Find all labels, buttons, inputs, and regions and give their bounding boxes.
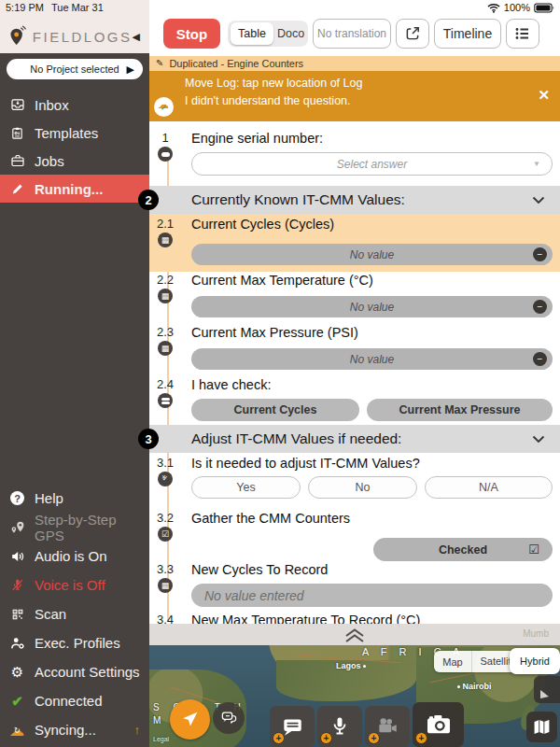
map-panel[interactable]: A F R I C A Lagos Nairobi S O U T H M I … — [149, 645, 560, 747]
question-number: 2.2 — [149, 273, 181, 287]
record-audio-button[interactable]: + — [317, 706, 362, 747]
edit-pencil-icon: ✎ — [156, 59, 163, 68]
option-current-max-pressure[interactable]: Current Max Pressure — [367, 399, 553, 421]
question-number: 1 — [149, 131, 181, 145]
question-label: Current Max Temperature (°C) — [191, 273, 373, 288]
sidebar-nav: Inbox Templates Jobs Running... — [0, 91, 149, 203]
sidebar-item-label: Inbox — [35, 97, 69, 113]
add-note-button[interactable]: + — [270, 706, 315, 747]
app-screen: 100% Stop Table Doco No translation Time… — [0, 0, 560, 747]
section-number-badge: 2 — [138, 190, 159, 210]
max-pressure-value[interactable]: No value − — [191, 348, 553, 370]
chat-query-button[interactable] — [213, 702, 245, 734]
section-header-3[interactable]: 3 Adjust IT-CMM Values if needed: — [149, 425, 560, 453]
gear-icon: ⚙ — [9, 664, 25, 680]
map-type-map[interactable]: Map — [434, 656, 471, 668]
map-label-partial: Mumb — [523, 628, 549, 639]
sidebar-item-exec-profiles[interactable]: Exec. Profiles — [0, 628, 149, 657]
timeline-button[interactable]: Timeline — [434, 19, 501, 49]
clear-value-icon[interactable]: − — [533, 247, 547, 261]
clear-value-icon[interactable]: − — [533, 352, 547, 366]
user-gear-icon — [9, 635, 25, 651]
chevron-down-icon[interactable] — [532, 435, 545, 444]
share-button[interactable] — [396, 19, 429, 49]
map-type-control: Map Satellite Hybrid — [434, 651, 557, 672]
option-no[interactable]: No — [308, 476, 417, 499]
templates-icon — [9, 125, 25, 141]
project-selector-label: No Project selected — [30, 63, 119, 75]
sidebar-item-account-settings[interactable]: ⚙ Account Settings — [0, 657, 149, 686]
calculator-icon: ▦ — [158, 233, 173, 247]
add-icon: + — [320, 732, 332, 744]
add-icon: + — [368, 732, 380, 744]
checked-box-icon: ☑ — [528, 543, 539, 557]
app-name: FIELDLOGS — [33, 29, 133, 45]
sidebar-item-help[interactable]: ? Help — [0, 484, 149, 513]
sidebar-item-label: Voice is Off — [35, 577, 105, 593]
microphone-icon — [329, 715, 351, 738]
question-number: 2.4 — [149, 377, 181, 391]
take-photo-button[interactable]: + — [413, 702, 464, 747]
wifi-icon — [487, 3, 500, 13]
segment-doco[interactable]: Doco — [273, 27, 308, 40]
sidebar-item-inbox[interactable]: Inbox — [0, 91, 149, 119]
gather-counters-checkbox[interactable]: Checked ☑ — [373, 538, 553, 561]
my-location-button[interactable] — [170, 699, 210, 740]
list-view-button[interactable] — [506, 19, 539, 49]
battery-icon — [534, 3, 555, 13]
folded-map-icon — [533, 718, 551, 736]
sidebar-item-running[interactable]: Running... — [0, 175, 149, 203]
translation-button[interactable]: No translation — [313, 19, 391, 49]
notification-banner: Move Log: tap new location of Log I didn… — [149, 71, 560, 121]
navigation-arrow-icon — [180, 710, 200, 729]
sidebar-item-jobs[interactable]: Jobs — [0, 147, 149, 175]
serial-number-select[interactable]: Select answer ▼ — [191, 152, 553, 176]
sidebar-item-connected[interactable]: ✔ Connected — [0, 686, 149, 715]
record-video-button-disabled[interactable]: + — [365, 706, 410, 747]
map-overlay-button[interactable] — [534, 676, 560, 703]
clear-value-icon[interactable]: − — [533, 300, 547, 314]
map-expand-handle[interactable]: Mumb — [149, 624, 560, 645]
checkbox-type-icon: ☑ — [158, 527, 173, 542]
value-text: No value — [350, 301, 394, 314]
stop-button[interactable]: Stop — [163, 19, 220, 49]
question-number: 3.2 — [149, 511, 181, 525]
clock: 5:19 PM — [6, 2, 44, 13]
question-label: I have check: — [191, 377, 271, 392]
chevron-down-icon[interactable] — [532, 196, 545, 204]
gps-pins-icon — [9, 519, 25, 535]
option-current-cycles[interactable]: Current Cycles — [191, 399, 359, 421]
current-cycles-value[interactable]: No value − — [191, 244, 553, 265]
segment-table[interactable]: Table — [231, 22, 273, 45]
list-icon — [514, 26, 531, 41]
new-cycles-input[interactable]: No value entered — [191, 584, 553, 607]
sidebar-item-label: Jobs — [35, 153, 64, 169]
sidebar-item-voice[interactable]: Voice is Off — [0, 571, 149, 599]
sync-cloud-icon: ☁↻ — [9, 722, 25, 738]
battery-percent: 100% — [504, 2, 530, 13]
option-na[interactable]: N/A — [425, 476, 553, 499]
sidebar-item-templates[interactable]: Templates — [0, 119, 149, 147]
sidebar-collapse-icon[interactable]: ◀ — [133, 31, 140, 43]
sidebar-item-label: Step-by-Step GPS — [35, 512, 149, 543]
map-legal-link[interactable]: Legal — [153, 736, 169, 742]
project-selector[interactable]: No Project selected ▶ — [7, 59, 143, 79]
app-logo: FIELDLOGS ◀ — [0, 21, 149, 52]
sidebar-item-audio[interactable]: Audio is On — [0, 542, 149, 571]
sidebar-item-gps[interactable]: Step-by-Step GPS — [0, 513, 149, 542]
sidebar-item-label: Help — [35, 490, 63, 506]
banner-close-icon[interactable]: ✕ — [538, 87, 550, 104]
option-yes[interactable]: Yes — [191, 476, 301, 499]
question-label: Engine serial number: — [191, 131, 323, 146]
map-toggle-button[interactable] — [526, 712, 557, 742]
section-header-2[interactable]: 2 Currently Known IT-CMM Values: — [149, 186, 560, 214]
max-temperature-value[interactable]: No value − — [191, 296, 553, 317]
view-segmented-control: Table Doco — [228, 21, 308, 47]
yes-no-icon: ✓✕ — [158, 472, 173, 486]
section-number-badge: 3 — [138, 429, 159, 449]
sidebar-item-scan[interactable]: Scan — [0, 599, 149, 628]
map-type-hybrid-selected[interactable]: Hybrid — [510, 648, 560, 674]
fieldlogs-pin-icon — [8, 25, 27, 48]
sidebar-item-syncing[interactable]: ☁↻ Syncing... ↑ — [0, 715, 149, 744]
briefcase-icon — [9, 153, 25, 169]
